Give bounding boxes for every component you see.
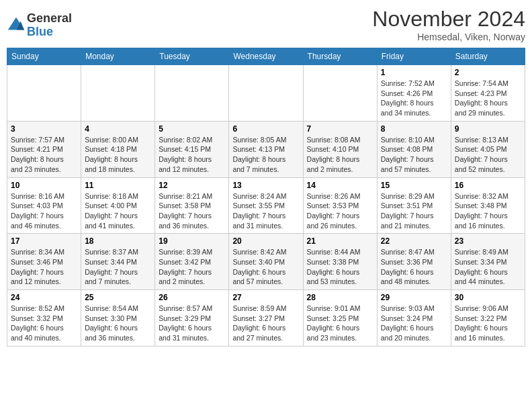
day-number: 8 — [381, 124, 447, 134]
cell-week5-day6: 30Sunrise: 9:06 AM Sunset: 3:22 PM Dayli… — [451, 290, 525, 347]
cell-week5-day4: 28Sunrise: 9:01 AM Sunset: 3:25 PM Dayli… — [303, 290, 377, 347]
day-number: 14 — [307, 181, 373, 190]
header-saturday: Saturday — [451, 48, 525, 65]
cell-week5-day2: 26Sunrise: 8:57 AM Sunset: 3:29 PM Dayli… — [155, 290, 229, 347]
day-info: Sunrise: 8:59 AM Sunset: 3:27 PM Dayligh… — [232, 304, 299, 343]
header-friday: Friday — [377, 48, 451, 65]
header-monday: Monday — [81, 48, 155, 65]
day-info: Sunrise: 8:39 AM Sunset: 3:42 PM Dayligh… — [159, 247, 225, 287]
logo-icon — [7, 16, 26, 35]
day-info: Sunrise: 8:34 AM Sunset: 3:46 PM Dayligh… — [11, 247, 77, 287]
cell-week4-day4: 21Sunrise: 8:44 AM Sunset: 3:38 PM Dayli… — [303, 234, 377, 290]
page-header: General Blue November 2024 Hemsedal, Vik… — [7, 7, 525, 42]
calendar-table: Sunday Monday Tuesday Wednesday Thursday… — [7, 48, 525, 347]
cell-week2-day6: 9Sunrise: 8:13 AM Sunset: 4:05 PM Daylig… — [451, 121, 525, 177]
logo: General Blue — [7, 12, 72, 39]
day-number: 16 — [455, 181, 521, 190]
day-info: Sunrise: 8:29 AM Sunset: 3:51 PM Dayligh… — [381, 191, 447, 231]
day-info: Sunrise: 8:57 AM Sunset: 3:29 PM Dayligh… — [159, 304, 225, 343]
cell-week1-day4 — [303, 65, 377, 122]
cell-week3-day3: 13Sunrise: 8:24 AM Sunset: 3:55 PM Dayli… — [229, 177, 303, 234]
cell-week5-day3: 27Sunrise: 8:59 AM Sunset: 3:27 PM Dayli… — [229, 290, 303, 347]
week-row-5: 24Sunrise: 8:52 AM Sunset: 3:32 PM Dayli… — [7, 290, 525, 347]
cell-week2-day5: 8Sunrise: 8:10 AM Sunset: 4:08 PM Daylig… — [377, 121, 451, 177]
day-number: 24 — [11, 293, 77, 302]
week-row-4: 17Sunrise: 8:34 AM Sunset: 3:46 PM Dayli… — [7, 234, 525, 290]
title-block: November 2024 Hemsedal, Viken, Norway — [372, 7, 525, 42]
cell-week3-day6: 16Sunrise: 8:32 AM Sunset: 3:48 PM Dayli… — [451, 177, 525, 234]
day-info: Sunrise: 8:47 AM Sunset: 3:36 PM Dayligh… — [381, 247, 447, 287]
cell-week3-day2: 12Sunrise: 8:21 AM Sunset: 3:58 PM Dayli… — [155, 177, 229, 234]
day-info: Sunrise: 8:08 AM Sunset: 4:10 PM Dayligh… — [307, 135, 373, 175]
day-info: Sunrise: 8:16 AM Sunset: 4:03 PM Dayligh… — [11, 191, 77, 231]
day-number: 1 — [381, 68, 447, 77]
day-number: 10 — [11, 181, 77, 190]
day-number: 28 — [307, 293, 373, 302]
cell-week2-day3: 6Sunrise: 8:05 AM Sunset: 4:13 PM Daylig… — [229, 121, 303, 177]
calendar-body: 1Sunrise: 7:52 AM Sunset: 4:26 PM Daylig… — [7, 65, 525, 347]
header-sunday: Sunday — [7, 48, 81, 65]
cell-week5-day1: 25Sunrise: 8:54 AM Sunset: 3:30 PM Dayli… — [81, 290, 155, 347]
cell-week1-day1 — [81, 65, 155, 122]
cell-week3-day1: 11Sunrise: 8:18 AM Sunset: 4:00 PM Dayli… — [81, 177, 155, 234]
logo-blue: Blue — [27, 26, 72, 39]
day-info: Sunrise: 8:49 AM Sunset: 3:34 PM Dayligh… — [455, 247, 521, 287]
day-info: Sunrise: 8:26 AM Sunset: 3:53 PM Dayligh… — [307, 191, 373, 231]
day-number: 21 — [307, 236, 373, 246]
day-info: Sunrise: 9:03 AM Sunset: 3:24 PM Dayligh… — [381, 304, 447, 343]
day-number: 26 — [159, 293, 225, 302]
cell-week2-day4: 7Sunrise: 8:08 AM Sunset: 4:10 PM Daylig… — [303, 121, 377, 177]
cell-week3-day0: 10Sunrise: 8:16 AM Sunset: 4:03 PM Dayli… — [7, 177, 81, 234]
day-number: 2 — [455, 68, 521, 77]
cell-week3-day4: 14Sunrise: 8:26 AM Sunset: 3:53 PM Dayli… — [303, 177, 377, 234]
header-wednesday: Wednesday — [229, 48, 303, 65]
day-info: Sunrise: 8:32 AM Sunset: 3:48 PM Dayligh… — [455, 191, 521, 231]
cell-week2-day1: 4Sunrise: 8:00 AM Sunset: 4:18 PM Daylig… — [81, 121, 155, 177]
cell-week1-day5: 1Sunrise: 7:52 AM Sunset: 4:26 PM Daylig… — [377, 65, 451, 122]
cell-week4-day6: 23Sunrise: 8:49 AM Sunset: 3:34 PM Dayli… — [451, 234, 525, 290]
day-number: 23 — [455, 236, 521, 246]
day-number: 3 — [11, 124, 77, 134]
cell-week4-day0: 17Sunrise: 8:34 AM Sunset: 3:46 PM Dayli… — [7, 234, 81, 290]
cell-week4-day5: 22Sunrise: 8:47 AM Sunset: 3:36 PM Dayli… — [377, 234, 451, 290]
day-number: 30 — [455, 293, 521, 302]
day-number: 20 — [232, 236, 299, 246]
cell-week1-day3 — [229, 65, 303, 122]
day-info: Sunrise: 9:01 AM Sunset: 3:25 PM Dayligh… — [307, 304, 373, 343]
location: Hemsedal, Viken, Norway — [372, 32, 525, 42]
calendar-header: Sunday Monday Tuesday Wednesday Thursday… — [7, 48, 525, 65]
header-thursday: Thursday — [303, 48, 377, 65]
day-info: Sunrise: 8:54 AM Sunset: 3:30 PM Dayligh… — [85, 304, 151, 343]
cell-week2-day2: 5Sunrise: 8:02 AM Sunset: 4:15 PM Daylig… — [155, 121, 229, 177]
logo-text: General Blue — [27, 12, 72, 39]
day-info: Sunrise: 7:54 AM Sunset: 4:23 PM Dayligh… — [455, 79, 521, 118]
day-number: 19 — [159, 236, 225, 246]
day-number: 25 — [85, 293, 151, 302]
day-info: Sunrise: 8:42 AM Sunset: 3:40 PM Dayligh… — [232, 247, 299, 287]
day-number: 22 — [381, 236, 447, 246]
week-row-2: 3Sunrise: 7:57 AM Sunset: 4:21 PM Daylig… — [7, 121, 525, 177]
day-number: 13 — [232, 181, 299, 190]
day-number: 4 — [85, 124, 151, 134]
day-info: Sunrise: 7:52 AM Sunset: 4:26 PM Dayligh… — [381, 79, 447, 118]
day-info: Sunrise: 9:06 AM Sunset: 3:22 PM Dayligh… — [455, 304, 521, 343]
day-number: 29 — [381, 293, 447, 302]
day-number: 15 — [381, 181, 447, 190]
month-year: November 2024 — [372, 7, 525, 32]
header-tuesday: Tuesday — [155, 48, 229, 65]
cell-week3-day5: 15Sunrise: 8:29 AM Sunset: 3:51 PM Dayli… — [377, 177, 451, 234]
cell-week2-day0: 3Sunrise: 7:57 AM Sunset: 4:21 PM Daylig… — [7, 121, 81, 177]
day-info: Sunrise: 7:57 AM Sunset: 4:21 PM Dayligh… — [11, 135, 77, 175]
day-number: 18 — [85, 236, 151, 246]
day-info: Sunrise: 8:05 AM Sunset: 4:13 PM Dayligh… — [232, 135, 299, 175]
day-number: 6 — [232, 124, 299, 134]
day-number: 17 — [11, 236, 77, 246]
day-number: 27 — [232, 293, 299, 302]
day-number: 9 — [455, 124, 521, 134]
day-info: Sunrise: 8:24 AM Sunset: 3:55 PM Dayligh… — [232, 191, 299, 231]
header-row: Sunday Monday Tuesday Wednesday Thursday… — [7, 48, 525, 65]
week-row-1: 1Sunrise: 7:52 AM Sunset: 4:26 PM Daylig… — [7, 65, 525, 122]
cell-week1-day0 — [7, 65, 81, 122]
logo-general: General — [27, 12, 72, 26]
day-number: 12 — [159, 181, 225, 190]
